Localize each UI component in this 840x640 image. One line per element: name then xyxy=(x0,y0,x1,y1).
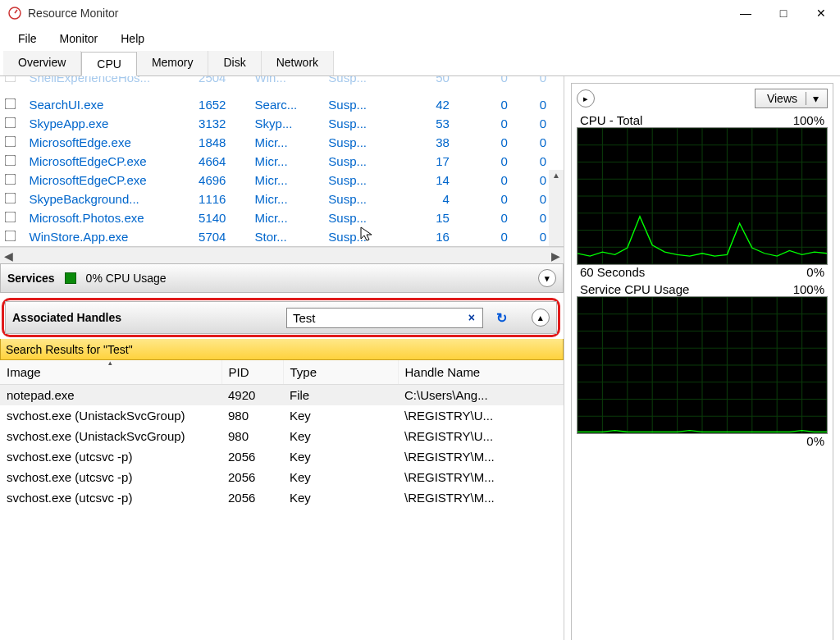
handle-row[interactable]: notepad.exe4920FileC:\Users\Ang... xyxy=(0,385,564,406)
process-checkbox[interactable] xyxy=(5,193,16,204)
search-results-banner: Search Results for "Test" xyxy=(0,339,564,360)
associated-handles-title: Associated Handles xyxy=(12,311,121,324)
services-usage: 0% CPU Usage xyxy=(86,272,167,285)
tab-cpu[interactable]: CPU xyxy=(81,52,137,76)
chart1-title: CPU - Total xyxy=(580,113,642,127)
process-checkbox[interactable] xyxy=(5,231,16,242)
chart2-title: Service CPU Usage xyxy=(580,282,689,296)
chart2-max: 100% xyxy=(793,282,824,296)
menu-help[interactable]: Help xyxy=(109,29,156,48)
handle-search-box[interactable]: × xyxy=(286,308,483,328)
window-title: Resource Monitor xyxy=(28,7,119,20)
menu-bar: File Monitor Help xyxy=(0,26,840,51)
process-checkbox[interactable] xyxy=(5,76,16,82)
handle-search-input[interactable] xyxy=(290,311,464,325)
process-checkbox[interactable] xyxy=(5,174,16,185)
chart1-min: 0% xyxy=(806,265,824,279)
tab-overview[interactable]: Overview xyxy=(3,51,81,75)
handle-row[interactable]: svchost.exe (UnistackSvcGroup)980Key\REG… xyxy=(0,405,564,426)
process-row[interactable]: SkypeApp.exe 3132 Skyp... Susp... 53 0 0 xyxy=(0,114,558,133)
minimize-button[interactable]: — xyxy=(727,0,765,26)
process-checkbox[interactable] xyxy=(5,117,16,129)
vertical-scrollbar[interactable]: ▲▼ xyxy=(549,170,564,247)
views-button[interactable]: Views ▾ xyxy=(755,89,828,108)
cpu-usage-icon xyxy=(65,272,76,284)
tab-network[interactable]: Network xyxy=(262,51,334,75)
handle-row[interactable]: svchost.exe (utcsvc -p)2056Key\REGISTRY\… xyxy=(0,487,564,508)
process-row[interactable]: ShellExperienceHos... 2504 Win... Susp..… xyxy=(0,76,558,87)
tab-strip: Overview CPU Memory Disk Network xyxy=(0,51,840,76)
tab-disk[interactable]: Disk xyxy=(208,51,261,75)
menu-monitor[interactable]: Monitor xyxy=(48,29,110,48)
handles-table[interactable]: Image PID Type Handle Name notepad.exe49… xyxy=(0,360,564,508)
chart2-min: 0% xyxy=(806,434,824,448)
svg-line-1 xyxy=(15,10,17,13)
col-handle[interactable]: Handle Name xyxy=(398,360,564,385)
process-row[interactable]: MicrosoftEdgeCP.exe 4664 Micr... Susp...… xyxy=(0,152,558,171)
app-icon xyxy=(8,7,21,20)
col-image[interactable]: Image xyxy=(0,360,221,385)
process-row[interactable]: SearchUI.exe 1652 Searc... Susp... 42 0 … xyxy=(0,95,558,114)
chart1-xlabel: 60 Seconds xyxy=(580,265,645,279)
process-checkbox[interactable] xyxy=(5,155,16,167)
expand-services-button[interactable]: ▾ xyxy=(538,269,556,287)
collapse-handles-button[interactable]: ▴ xyxy=(532,309,550,327)
services-section[interactable]: Services 0% CPU Usage ▾ xyxy=(0,263,564,293)
process-table[interactable]: ShellExperienceHos... 2504 Win... Susp..… xyxy=(0,76,558,246)
process-row[interactable]: MicrosoftEdge.exe 1848 Micr... Susp... 3… xyxy=(0,133,558,152)
handle-row[interactable]: svchost.exe (utcsvc -p)2056Key\REGISTRY\… xyxy=(0,446,564,467)
associated-handles-highlight: Associated Handles × ↻ ▴ xyxy=(2,298,560,337)
associated-handles-section[interactable]: Associated Handles × ↻ ▴ xyxy=(5,301,557,334)
maximize-button[interactable]: □ xyxy=(765,0,802,26)
views-dropdown-icon[interactable]: ▾ xyxy=(806,92,819,105)
services-title: Services xyxy=(7,272,55,285)
process-row[interactable]: SkypeBackground... 1116 Micr... Susp... … xyxy=(0,190,558,208)
tab-memory[interactable]: Memory xyxy=(137,51,209,75)
col-pid[interactable]: PID xyxy=(221,360,283,385)
service-cpu-chart xyxy=(577,296,828,434)
process-checkbox[interactable] xyxy=(5,98,16,110)
chart1-max: 100% xyxy=(793,113,824,127)
clear-search-icon[interactable]: × xyxy=(464,311,479,324)
close-button[interactable]: ✕ xyxy=(802,0,840,26)
cpu-total-chart xyxy=(577,127,828,265)
process-row[interactable]: MicrosoftEdgeCP.exe 4696 Micr... Susp...… xyxy=(0,171,558,190)
col-type[interactable]: Type xyxy=(283,360,398,385)
process-row[interactable]: WinStore.App.exe 5704 Stor... Susp... 16… xyxy=(0,227,558,246)
handle-row[interactable]: svchost.exe (UnistackSvcGroup)980Key\REG… xyxy=(0,426,564,446)
handle-row[interactable]: svchost.exe (utcsvc -p)2056Key\REGISTRY\… xyxy=(0,467,564,487)
collapse-charts-button[interactable]: ▸ xyxy=(577,89,595,107)
process-row[interactable]: Microsoft.Photos.exe 5140 Micr... Susp..… xyxy=(0,208,558,227)
process-checkbox[interactable] xyxy=(5,136,16,148)
search-refresh-icon[interactable]: ↻ xyxy=(496,310,507,326)
horizontal-scrollbar[interactable]: ◀▶ xyxy=(0,247,564,263)
menu-file[interactable]: File xyxy=(7,29,48,48)
process-checkbox[interactable] xyxy=(5,212,16,223)
